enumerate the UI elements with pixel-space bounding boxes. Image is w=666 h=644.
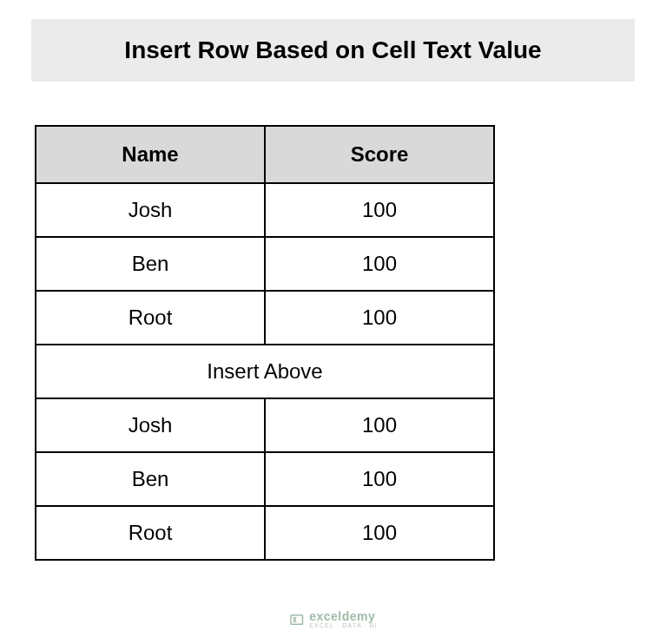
- cell-score: 100: [265, 452, 494, 506]
- cell-score: 100: [265, 398, 494, 452]
- excel-icon: [288, 612, 304, 628]
- watermark-name: exceldemy: [309, 610, 378, 622]
- table-row: Root 100: [36, 291, 494, 345]
- column-header-score: Score: [265, 126, 494, 183]
- table-row: Ben 100: [36, 452, 494, 506]
- table-row: Ben 100: [36, 237, 494, 291]
- watermark-sub: EXCEL · DATA · BI: [309, 622, 378, 628]
- cell-score: 100: [265, 506, 494, 560]
- svg-rect-1: [291, 615, 301, 623]
- data-table: Name Score Josh 100 Ben 100 Root 100 Ins…: [35, 125, 495, 561]
- table-row: Josh 100: [36, 183, 494, 237]
- watermark: exceldemy EXCEL · DATA · BI: [288, 610, 378, 628]
- cell-score: 100: [265, 183, 494, 237]
- cell-name: Root: [36, 291, 265, 345]
- table-row: Root 100: [36, 506, 494, 560]
- cell-name: Ben: [36, 452, 265, 506]
- cell-name: Josh: [36, 398, 265, 452]
- column-header-name: Name: [36, 126, 265, 183]
- cell-name: Josh: [36, 183, 265, 237]
- table-row: Josh 100: [36, 398, 494, 452]
- merged-label-cell: Insert Above: [36, 345, 494, 398]
- page-title: Insert Row Based on Cell Text Value: [31, 19, 635, 82]
- cell-score: 100: [265, 237, 494, 291]
- table-header-row: Name Score: [36, 126, 494, 183]
- watermark-text: exceldemy EXCEL · DATA · BI: [309, 610, 378, 628]
- merged-label-row: Insert Above: [36, 345, 494, 398]
- cell-name: Root: [36, 506, 265, 560]
- cell-name: Ben: [36, 237, 265, 291]
- cell-score: 100: [265, 291, 494, 345]
